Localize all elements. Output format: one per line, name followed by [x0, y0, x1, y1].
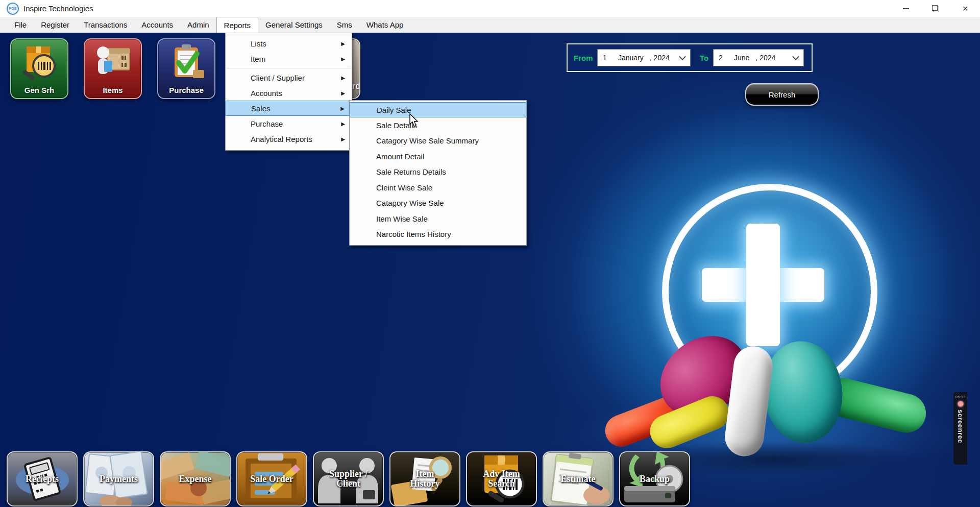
menu-item-item[interactable]: Item — [226, 51, 352, 66]
estimate-label: Estimate — [544, 474, 612, 484]
purchase-label: Purchase — [158, 86, 214, 94]
menubar-item-sms[interactable]: Sms — [330, 17, 359, 33]
submenu-arrow-icon — [341, 121, 345, 127]
menubar-item-general-settings[interactable]: General Settings — [258, 17, 330, 33]
title-bar: POS Inspire Technologies — [0, 0, 980, 17]
sale-order-label: Sale Order — [237, 474, 306, 484]
menubar-item-accounts[interactable]: Accounts — [134, 17, 180, 33]
item-history-button[interactable]: Item History — [389, 451, 460, 506]
submenu-item-amount-detail[interactable]: Amount Detail — [350, 149, 526, 164]
submenu-arrow-icon — [341, 56, 345, 62]
submenu-item-cleint-wise-sale[interactable]: Cleint Wise Sale — [350, 180, 526, 196]
backup-button[interactable]: Backup — [619, 451, 690, 506]
purchase-button[interactable]: Purchase — [157, 38, 215, 99]
refresh-button[interactable]: Refresh — [745, 83, 819, 106]
payments-label: Payments — [84, 474, 153, 484]
menubar-item-file[interactable]: File — [7, 17, 34, 33]
dropdown-chevron-icon — [792, 53, 799, 60]
menubar-item-transactions[interactable]: Transactions — [77, 17, 134, 33]
menubar-item-reports[interactable]: Reports — [216, 17, 259, 33]
menubar-item-register[interactable]: Register — [34, 17, 77, 33]
supplier-client-label: Supplier / Client — [314, 469, 383, 489]
menu-item-client-supplier[interactable]: Client / Supplier — [226, 70, 352, 85]
app-logo-icon: POS — [7, 3, 19, 15]
submenu-arrow-icon — [341, 136, 345, 142]
submenu-item-sale-details[interactable]: Sale Details — [350, 117, 526, 133]
submenu-item-catagory-wise-sale-summary[interactable]: Catagory Wise Sale Summary — [350, 133, 526, 149]
to-year: , 2024 — [755, 54, 775, 62]
from-day: 1 — [603, 54, 612, 62]
submenu-item-narcotic-items-history[interactable]: Narcotic Items History — [350, 227, 526, 243]
app-window: POS Inspire Technologies File Register T… — [0, 0, 980, 507]
gen-srh-button[interactable]: Gen Srh — [10, 38, 68, 99]
dropdown-chevron-icon — [679, 53, 686, 60]
recording-time: 05:13 — [955, 395, 965, 399]
from-label: From — [574, 54, 597, 62]
submenu-arrow-icon — [340, 106, 345, 111]
expense-button[interactable]: Expense — [160, 451, 231, 506]
submenu-item-sale-returns-details[interactable]: Sale Returns Details — [350, 164, 526, 180]
clipboard-check-icon — [165, 43, 207, 83]
menu-item-sales[interactable]: Sales — [226, 101, 352, 116]
menu-bar: File Register Transactions Accounts Admi… — [0, 17, 980, 33]
adv-item-search-button[interactable]: Adv Item Search — [466, 451, 537, 506]
screenrec-brand: screenrec — [957, 409, 964, 443]
screenrec-watermark: 05:13 screenrec — [953, 392, 967, 465]
record-dot-icon — [958, 401, 964, 407]
boxes-person-icon — [92, 43, 134, 83]
submenu-item-catagory-wise-sale[interactable]: Catagory Wise Sale — [350, 196, 526, 211]
menu-separator — [227, 68, 351, 68]
medical-plus-vertical-bar — [746, 224, 780, 346]
main-area: Gen Srh Items Purchase — [0, 33, 980, 507]
submenu-arrow-icon — [341, 75, 345, 81]
submenu-item-daily-sale[interactable]: Daily Sale — [350, 102, 526, 117]
menubar-item-admin[interactable]: Admin — [180, 17, 216, 33]
menu-item-accounts[interactable]: Accounts — [226, 85, 352, 101]
receipts-label: Reciepts — [8, 474, 77, 484]
supplier-client-button[interactable]: Supplier / Client — [313, 451, 384, 506]
sale-order-button[interactable]: Sale Order — [236, 451, 307, 506]
estimate-button[interactable]: Estimate — [543, 451, 614, 506]
window-controls — [891, 0, 980, 17]
partially-hidden-button-label: rd — [352, 82, 359, 91]
item-history-label: Item History — [390, 469, 459, 489]
menu-item-analytical-reports[interactable]: Analytical Reports — [226, 131, 352, 147]
submenu-arrow-icon — [341, 41, 345, 46]
from-month: January — [618, 54, 644, 62]
menu-item-purchase[interactable]: Purchase — [226, 116, 352, 131]
to-label: To — [700, 54, 713, 62]
menubar-item-whatsapp[interactable]: Whats App — [359, 17, 411, 33]
mouse-cursor — [408, 113, 421, 127]
from-date-picker[interactable]: 1 January , 2024 — [597, 49, 691, 66]
minimize-button[interactable] — [891, 0, 921, 17]
payments-button[interactable]: Payments — [83, 451, 154, 506]
gen-srh-label: Gen Srh — [11, 86, 67, 94]
submenu-item-item-wise-sale[interactable]: Item Wise Sale — [350, 211, 526, 227]
restore-button[interactable] — [921, 0, 950, 17]
receipts-button[interactable]: Reciepts — [7, 451, 78, 506]
to-month: June — [734, 54, 749, 62]
items-button[interactable]: Items — [84, 38, 142, 99]
package-barcode-search-icon — [18, 43, 60, 83]
menu-item-lists[interactable]: Lists — [226, 36, 352, 51]
expense-label: Expense — [161, 474, 230, 484]
to-date-picker[interactable]: 2 June , 2024 — [713, 49, 804, 66]
window-title: Inspire Technologies — [23, 4, 93, 13]
backup-label: Backup — [620, 474, 689, 484]
sales-submenu: Daily Sale Sale Details Catagory Wise Sa… — [349, 100, 527, 246]
to-day: 2 — [719, 54, 728, 62]
close-button[interactable] — [950, 0, 980, 17]
items-label: Items — [85, 86, 141, 94]
date-range-panel: From 1 January , 2024 To 2 June , 2024 — [567, 43, 813, 72]
submenu-arrow-icon — [341, 90, 345, 96]
adv-item-search-label: Adv Item Search — [467, 469, 536, 489]
reports-dropdown-menu: Lists Item Client / Supplier Accounts Sa… — [225, 33, 352, 151]
from-year: , 2024 — [650, 54, 670, 62]
